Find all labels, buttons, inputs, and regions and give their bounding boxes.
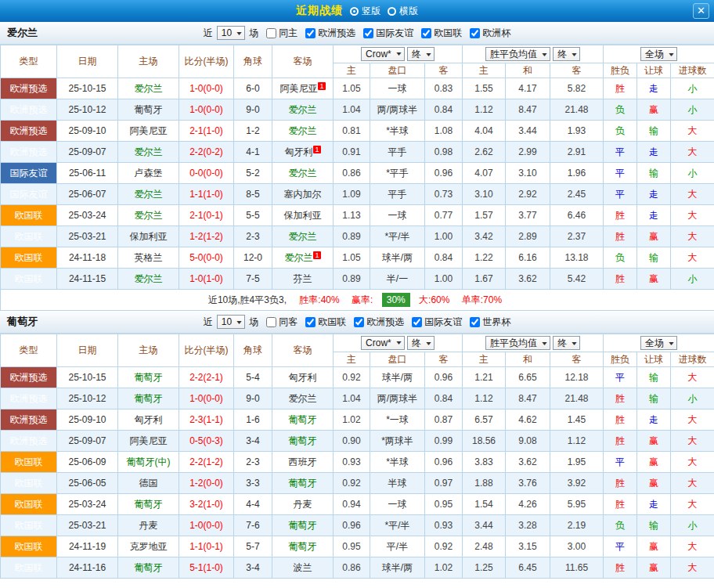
match-type: 欧国联 [1,269,57,290]
filter-same-venue: 同客 [262,316,298,329]
handicap-home-odds: 1.05 [334,247,370,269]
layout-option-vertical[interactable]: 竖版 [350,5,380,18]
handicap-home-odds: 0.94 [334,494,370,515]
odds-stage-select[interactable]: 终 ▼ [407,47,435,61]
section-team-name: 爱尔兰 [7,26,38,40]
match-date: 25-10-15 [57,367,118,388]
match-type: 欧洲预选 [1,431,57,452]
odds-stage-select[interactable]: 终 ▼ [407,336,435,350]
result-wdl: 胜 [604,409,637,431]
odds-company-select[interactable]: Crow* ▼ [361,336,405,350]
odds-home-win: 1.25 [463,557,506,579]
home-team-cell: 英格兰 [118,247,179,269]
wdl-odds-group: 胜平负均值 ▼ 终 ▼ [463,334,604,352]
match-date: 24-11-16 [57,557,118,579]
col-header-score: 比分(半场) [179,45,234,78]
result-goals: 大 [671,452,714,473]
away-team-cell: 西班牙 [272,452,334,473]
result-handicap: 赢 [637,536,671,557]
result-wdl: 胜 [604,78,637,99]
final-score: 1-1(0-1) [179,536,234,557]
competition-checkbox[interactable] [305,317,316,327]
corner-count: 5-4 [234,367,272,388]
result-goals: 小 [671,269,714,290]
odds-away-win: 1.95 [550,452,604,473]
away-team-cell: 波兰 [272,557,334,579]
section-header-ireland: 爱尔兰 近 10 ▼ 场 同主 欧洲预选 国际友谊 欧国联 欧洲杯 [0,22,714,45]
wdl-stage-select[interactable]: 终 ▼ [553,47,580,61]
recent-count-select[interactable]: 10 ▼ [217,26,245,40]
result-goals: 小 [671,78,714,99]
match-row: 欧洲预选25-09-07阿美尼亚0-5(0-3)3-4葡萄牙0.90*两球半0.… [1,431,714,452]
chevron-down-icon: ▼ [540,52,548,57]
odds-home-win: 1.12 [463,99,506,121]
corner-count: 2-3 [234,452,272,473]
filter-bar: 近 10 ▼ 场 同主 欧洲预选 国际友谊 欧国联 欧洲杯 [204,26,510,40]
wdl-stage-select[interactable]: 终 ▼ [553,336,580,350]
corner-count: 1-2 [234,121,272,142]
result-scope-select[interactable]: 全场 ▼ [640,336,677,350]
result-handicap: 输 [637,515,671,536]
summary-win-rate: 胜率:40% [299,294,339,305]
filter-competition: 国际友谊 [359,27,413,40]
match-row: 欧洲预选25-09-10阿美尼亚2-1(1-0)1-2爱尔兰0.81*半球1.0… [1,121,714,142]
result-handicap: 走 [637,184,671,205]
wdl-average-select[interactable]: 胜平负均值 ▼ [485,336,550,350]
odds-draw: 3.44 [506,121,550,142]
handicap-line: 一球 [370,78,425,99]
recent-suffix: 场 [249,316,258,329]
competition-checkbox[interactable] [363,28,373,38]
competition-checkbox[interactable] [305,28,316,38]
handicap-home-odds: 1.02 [334,409,370,431]
result-goals: 大 [671,473,714,494]
same-venue-checkbox[interactable] [266,317,276,327]
layout-option-horizontal[interactable]: 横版 [388,5,418,18]
result-scope-select[interactable]: 全场 ▼ [640,47,677,61]
odds-away-win: 2.37 [550,226,604,247]
competition-checkbox[interactable] [421,28,431,38]
match-date: 25-06-07 [57,184,118,205]
match-date: 25-10-12 [57,388,118,409]
result-wdl: 胜 [604,388,637,409]
match-row: 欧国联25-06-09葡萄牙(中)2-2(1-2)2-3西班牙0.93*半球0.… [1,452,714,473]
handicap-away-odds: 0.83 [425,78,463,99]
odds-company-select[interactable]: Crow* ▼ [361,47,405,61]
chevron-down-icon: ▼ [667,52,675,57]
result-handicap: 走 [637,494,671,515]
competition-checkbox[interactable] [412,317,422,327]
filter-competition: 国际友谊 [408,316,462,329]
result-wdl: 负 [604,121,637,142]
checkbox-label: 欧洲预选 [366,316,404,329]
team-name: 匈牙利 [284,146,312,157]
col-header-score: 比分(半场) [179,334,234,367]
odds-home-win: 3.44 [463,515,506,536]
close-icon[interactable]: ✕ [693,3,709,19]
handicap-home-odds: 0.89 [334,226,370,247]
match-date: 25-03-21 [57,226,118,247]
final-score: 0-5(0-3) [179,431,234,452]
handicap-home-odds: 1.05 [334,78,370,99]
recent-count-select[interactable]: 10 ▼ [217,315,245,329]
match-date: 24-11-18 [57,247,118,269]
sub-header-ah-home: 主 [334,63,370,78]
result-wdl: 平 [604,163,637,184]
odds-home-win: 1.22 [463,247,506,269]
odds-away-win: 6.46 [550,205,604,226]
away-team-cell: 塞内加尔 [272,184,334,205]
result-goals: 小 [671,388,714,409]
competition-checkbox[interactable] [354,317,364,327]
competition-checkbox[interactable] [470,317,480,327]
same-venue-checkbox[interactable] [266,28,276,38]
corner-count: 5-5 [234,205,272,226]
odds-home-win: 1.67 [463,269,506,290]
competition-checkbox[interactable] [470,28,480,38]
sub-header-ah-line: 盘口 [370,352,425,367]
handicap-home-odds: 1.13 [334,205,370,226]
wdl-average-select[interactable]: 胜平负均值 ▼ [485,47,550,61]
match-type: 欧洲预选 [1,367,57,388]
home-team-cell: 丹麦 [118,515,179,536]
result-goals: 小 [671,99,714,121]
corner-count: 3-4 [234,557,272,579]
handicap-away-odds: 0.97 [425,473,463,494]
table-header-row: 类型 日期 主场 比分(半场) 角球 客场 Crow* ▼ 终 ▼ 胜平负均值 … [1,45,714,63]
